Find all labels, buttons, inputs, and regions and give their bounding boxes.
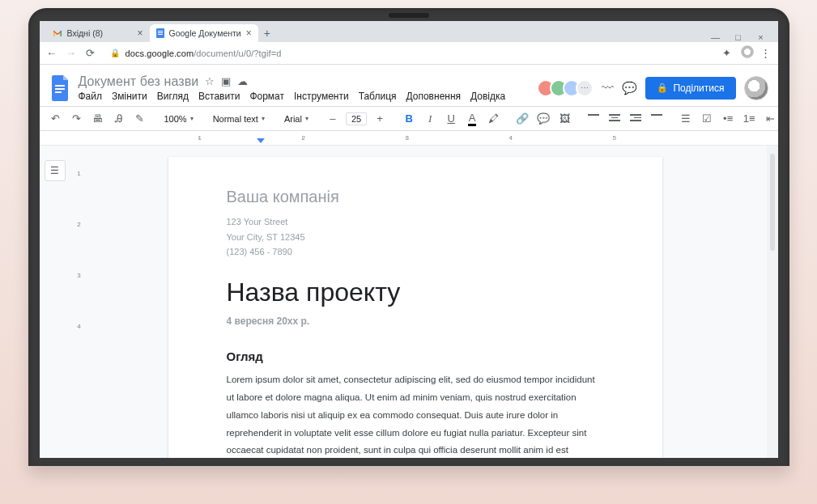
font-size-decrease[interactable]: – [325, 110, 341, 128]
body-paragraph[interactable]: Lorem ipsum dolor sit amet, consectetur … [227, 371, 604, 458]
zoom-select[interactable]: 100%▾ [161, 114, 197, 124]
laptop-bezel: Вхідні (8) × Google Документи × + — □ × … [28, 8, 789, 466]
forward-icon[interactable]: → [66, 47, 77, 59]
document-date[interactable]: 4 вересня 20xx р. [227, 316, 604, 327]
menu-view[interactable]: Вигляд [157, 91, 189, 102]
gmail-icon [53, 29, 62, 37]
document-canvas[interactable]: Ваша компанія 123 Your Street Your City,… [88, 146, 767, 458]
url-input[interactable]: 🔒 docs.google.com/document/u/0/?tgif=d [104, 45, 713, 61]
company-name[interactable]: Ваша компанія [227, 188, 604, 206]
redo-button[interactable]: ↷ [69, 110, 85, 128]
lock-icon: 🔒 [109, 49, 121, 57]
docs-toolbar: ↶ ↷ 🖶 Ꭿ ✎ 100%▾ Normal text▾ Arial▾ – [40, 107, 778, 131]
italic-button[interactable]: I [422, 110, 438, 128]
browser-tab-docs[interactable]: Google Документи × [150, 24, 258, 42]
underline-button[interactable]: U [443, 110, 459, 128]
document-page[interactable]: Ваша компанія 123 Your Street Your City,… [168, 157, 662, 458]
spellcheck-button[interactable]: Ꭿ [111, 110, 127, 128]
cloud-status-icon[interactable]: ☁ [237, 75, 248, 87]
checklist-button[interactable]: ☑ [699, 110, 715, 128]
menu-icon[interactable]: ⋮ [760, 47, 772, 59]
highlight-button[interactable]: 🖍 [485, 110, 501, 128]
more-collaborators-icon[interactable]: ⋯ [576, 79, 594, 97]
browser-tab-gmail[interactable]: Вхідні (8) × [46, 24, 150, 42]
scrollbar[interactable] [767, 146, 778, 458]
menu-format[interactable]: Формат [249, 91, 284, 102]
docs-title-block: Документ без назви ☆ ▣ ☁ Файл Змінити Ви… [79, 74, 506, 102]
star-icon[interactable]: ☆ [205, 75, 215, 87]
line-spacing-button[interactable]: ☰ [678, 110, 694, 128]
browser-tab-label: Вхідні (8) [67, 28, 103, 38]
font-size-input[interactable]: 25 [346, 112, 367, 125]
vertical-ruler[interactable]: 1 2 3 4 [70, 146, 88, 458]
laptop-frame: Вхідні (8) × Google Документи × + — □ × … [0, 0, 817, 504]
insert-comment-button[interactable]: 💬 [535, 110, 551, 128]
numbered-list-button[interactable]: 1≡ [741, 110, 757, 128]
font-size-increase[interactable]: + [372, 110, 388, 128]
share-button[interactable]: 🔒 Поділитися [645, 77, 735, 100]
account-avatar[interactable] [744, 76, 768, 100]
document-title[interactable]: Документ без назви [79, 74, 199, 89]
menu-insert[interactable]: Вставити [198, 91, 240, 102]
close-icon[interactable]: × [137, 28, 143, 38]
profile-icon[interactable] [741, 45, 752, 61]
print-button[interactable]: 🖶 [90, 110, 106, 128]
text-color-button[interactable]: A [464, 110, 480, 128]
indent-marker-icon[interactable] [257, 138, 265, 143]
docs-icon [156, 28, 164, 38]
decrease-indent-button[interactable]: ⇤ [762, 110, 777, 128]
collaborator-avatars[interactable]: ⋯ [542, 79, 594, 97]
browser-address-bar: ← → ⟳ 🔒 docs.google.com/document/u/0/?tg… [40, 42, 778, 65]
reload-icon[interactable]: ⟳ [85, 47, 96, 59]
undo-button[interactable]: ↶ [48, 110, 64, 128]
align-center-button[interactable] [606, 110, 623, 128]
activity-icon[interactable]: 〰 [602, 81, 614, 95]
workspace: ☰ 1 2 3 4 Ваша компанія 123 Your Street … [40, 146, 778, 458]
menu-addons[interactable]: Доповнення [406, 91, 462, 102]
svg-rect-2 [55, 91, 62, 93]
window-minimize-icon[interactable]: — [710, 32, 721, 42]
align-justify-button[interactable] [649, 110, 665, 128]
window-maximize-icon[interactable]: □ [733, 32, 744, 42]
docs-menubar: Файл Змінити Вигляд Вставити Формат Інст… [79, 91, 506, 102]
menu-file[interactable]: Файл [79, 91, 103, 102]
align-right-button[interactable] [628, 110, 644, 128]
menu-tools[interactable]: Інструменти [294, 91, 349, 102]
browser-tabstrip: Вхідні (8) × Google Документи × + — □ × [40, 21, 778, 42]
menu-table[interactable]: Таблиця [359, 91, 397, 102]
font-family-select[interactable]: Arial▾ [281, 114, 312, 124]
bulleted-list-button[interactable]: •≡ [720, 110, 736, 128]
outline-toggle-button[interactable]: ☰ [45, 160, 66, 181]
horizontal-ruler[interactable]: 1 2 3 4 5 [40, 131, 778, 146]
collaboration-area: ⋯ 〰 💬 🔒 Поділитися [542, 76, 768, 100]
browser-tab-label: Google Документи [169, 28, 241, 38]
menu-help[interactable]: Довідка [470, 91, 505, 102]
docs-logo-icon[interactable] [49, 74, 70, 102]
laptop-camera [389, 13, 429, 18]
comment-icon[interactable]: 💬 [622, 81, 637, 95]
window-close-icon[interactable]: × [755, 32, 767, 42]
company-address[interactable]: 123 Your Street Your City, ST 12345 (123… [227, 214, 604, 260]
move-icon[interactable]: ▣ [221, 75, 231, 87]
window-controls: — □ × [710, 32, 772, 42]
svg-rect-0 [55, 85, 65, 87]
paragraph-style-select[interactable]: Normal text▾ [210, 114, 268, 124]
extensions-icon[interactable]: ✦ [721, 47, 733, 59]
insert-link-button[interactable]: 🔗 [514, 110, 530, 128]
section-heading[interactable]: Огляд [227, 349, 604, 363]
menu-edit[interactable]: Змінити [112, 91, 147, 102]
insert-image-button[interactable]: 🖼 [556, 110, 572, 128]
bold-button[interactable]: B [401, 110, 417, 128]
url-text: docs.google.com/document/u/0/?tgif=d [126, 49, 282, 58]
back-icon[interactable]: ← [46, 47, 57, 59]
close-icon[interactable]: × [246, 28, 252, 38]
share-button-label: Поділитися [673, 83, 724, 94]
align-left-button[interactable] [585, 110, 602, 128]
docs-header: Документ без назви ☆ ▣ ☁ Файл Змінити Ви… [40, 65, 778, 107]
lock-icon: 🔒 [657, 83, 668, 93]
paint-format-button[interactable]: ✎ [132, 110, 148, 128]
new-tab-button[interactable]: + [258, 24, 276, 42]
project-title[interactable]: Назва проекту [227, 277, 604, 307]
screen: Вхідні (8) × Google Документи × + — □ × … [40, 21, 778, 458]
svg-rect-1 [55, 88, 65, 90]
